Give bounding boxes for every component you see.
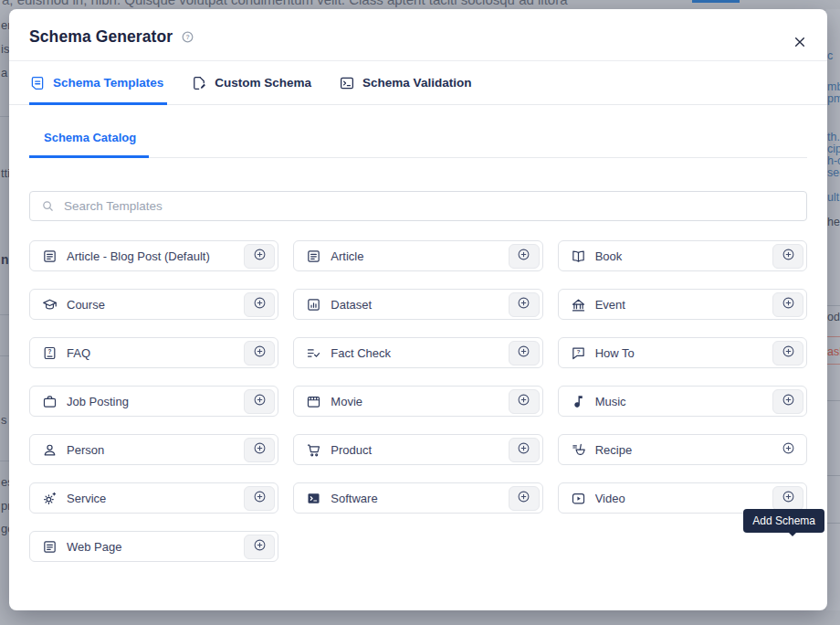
- template-card-recipe[interactable]: Recipe: [558, 434, 807, 465]
- add-template-button[interactable]: [509, 438, 540, 462]
- software-icon: [306, 491, 321, 506]
- template-label: Software: [331, 492, 508, 505]
- tab-schema-catalog[interactable]: Schema Catalog: [29, 131, 149, 157]
- template-card-article-blog-post-default[interactable]: Article - Blog Post (Default): [29, 240, 278, 271]
- add-template-button[interactable]: [244, 535, 275, 559]
- template-label: Movie: [331, 395, 508, 408]
- tab-label: Schema Validation: [362, 76, 471, 90]
- add-template-button[interactable]: [772, 389, 803, 414]
- person-icon: [42, 442, 58, 458]
- background-paragraph: a, euismod in, nibh. Quisque volutpat co…: [2, 0, 568, 7]
- template-card-faq[interactable]: ?FAQ: [29, 337, 278, 368]
- template-label: Music: [595, 395, 772, 408]
- plus-circle-icon: [252, 295, 268, 313]
- add-template-button[interactable]: [509, 486, 540, 511]
- background-text-fragment: od: [827, 311, 840, 323]
- template-card-service[interactable]: Service: [29, 482, 278, 514]
- background-text-fragment: th.: [827, 131, 840, 143]
- close-button[interactable]: [791, 33, 809, 51]
- background-text-fragment: ash: [827, 345, 840, 358]
- subtab-row: Schema Catalog: [29, 129, 807, 158]
- template-label: Article: [331, 249, 508, 263]
- article-icon: [42, 249, 58, 264]
- template-label: Article - Blog Post (Default): [67, 249, 244, 263]
- background-text-fragment: s Pr: [1, 413, 9, 427]
- add-template-button[interactable]: [244, 438, 275, 462]
- add-template-button[interactable]: [772, 486, 803, 511]
- template-card-how-to[interactable]: ?How To: [558, 337, 807, 368]
- plus-circle-icon: [252, 440, 268, 459]
- help-icon[interactable]: ?: [181, 30, 194, 44]
- background-text-fragment: sec: [827, 166, 840, 179]
- background-text-fragment: pm: [827, 92, 840, 105]
- background-text-fragment: a t: [1, 66, 9, 79]
- background-text-fragment: pro: [1, 499, 9, 513]
- modal-tabs: Schema TemplatesCustom SchemaSchema Vali…: [9, 61, 827, 105]
- add-template-button[interactable]: [772, 341, 803, 365]
- template-card-dataset[interactable]: Dataset: [293, 289, 542, 320]
- add-template-button[interactable]: [772, 292, 803, 317]
- dataset-icon: [306, 297, 321, 312]
- background-divider: [826, 305, 840, 306]
- add-template-button[interactable]: [244, 486, 275, 511]
- background-divider: [826, 523, 840, 524]
- template-card-product[interactable]: Product: [293, 434, 542, 465]
- template-card-fact-check[interactable]: Fact Check: [293, 337, 542, 368]
- add-template-button[interactable]: [509, 341, 540, 365]
- plus-circle-icon: [516, 344, 531, 362]
- tab-schema-templates[interactable]: Schema Templates: [29, 61, 163, 104]
- plus-circle-icon: [252, 537, 268, 556]
- add-template-button[interactable]: [244, 244, 275, 269]
- plus-circle-icon: [781, 392, 796, 410]
- add-template-button[interactable]: [509, 244, 540, 269]
- background-text-fragment: es li: [1, 475, 9, 489]
- template-card-job-posting[interactable]: Job Posting: [29, 386, 278, 417]
- plus-circle-icon: [781, 247, 796, 265]
- template-card-music[interactable]: Music: [558, 386, 807, 417]
- plus-circle-icon: [781, 295, 796, 313]
- template-card-software[interactable]: Software: [293, 482, 542, 514]
- add-template-button[interactable]: [509, 292, 540, 317]
- file-text-icon: [29, 75, 46, 91]
- add-schema-tooltip: Add Schema: [743, 509, 824, 533]
- add-template-button[interactable]: [772, 438, 803, 462]
- template-card-article[interactable]: Article: [293, 240, 542, 271]
- template-card-web-page[interactable]: Web Page: [29, 531, 278, 562]
- plus-circle-icon: [781, 344, 796, 362]
- add-template-button[interactable]: [509, 389, 540, 414]
- template-label: Web Page: [67, 540, 244, 554]
- terminal-icon: [339, 75, 355, 91]
- template-grid: Article - Blog Post (Default)ArticleBook…: [29, 240, 807, 562]
- plus-circle-icon: [781, 440, 796, 459]
- add-template-button[interactable]: [244, 389, 275, 414]
- search-box[interactable]: [29, 191, 807, 221]
- template-card-book[interactable]: Book: [558, 240, 807, 271]
- template-card-person[interactable]: Person: [29, 434, 278, 465]
- add-template-button[interactable]: [772, 244, 803, 269]
- template-card-movie[interactable]: Movie: [293, 386, 542, 417]
- template-label: FAQ: [67, 346, 244, 360]
- plus-circle-icon: [516, 247, 531, 265]
- plus-circle-icon: [516, 392, 531, 410]
- plus-circle-icon: [252, 344, 268, 362]
- template-label: Recipe: [595, 443, 772, 457]
- background-right-strip: cmbpmth.ciph-csecultheodash: [826, 9, 840, 610]
- add-template-button[interactable]: [244, 292, 275, 317]
- plus-circle-icon: [252, 489, 268, 507]
- template-card-course[interactable]: Course: [29, 289, 278, 320]
- how-to-icon: ?: [571, 345, 586, 361]
- background-text-fragment: cip: [827, 143, 840, 155]
- svg-text:?: ?: [576, 349, 580, 355]
- modal-title: Schema Generator: [29, 27, 173, 47]
- tab-schema-validation[interactable]: Schema Validation: [339, 61, 471, 104]
- article-icon: [306, 249, 321, 264]
- add-template-button[interactable]: [244, 341, 275, 365]
- book-icon: [571, 249, 586, 264]
- background-text-fragment: mb: [827, 80, 840, 93]
- template-label: Person: [67, 443, 244, 457]
- template-card-event[interactable]: Event: [558, 289, 807, 320]
- template-label: Fact Check: [331, 346, 508, 360]
- tab-custom-schema[interactable]: Custom Schema: [191, 61, 311, 104]
- search-input[interactable]: [64, 199, 795, 213]
- plus-circle-icon: [516, 489, 531, 507]
